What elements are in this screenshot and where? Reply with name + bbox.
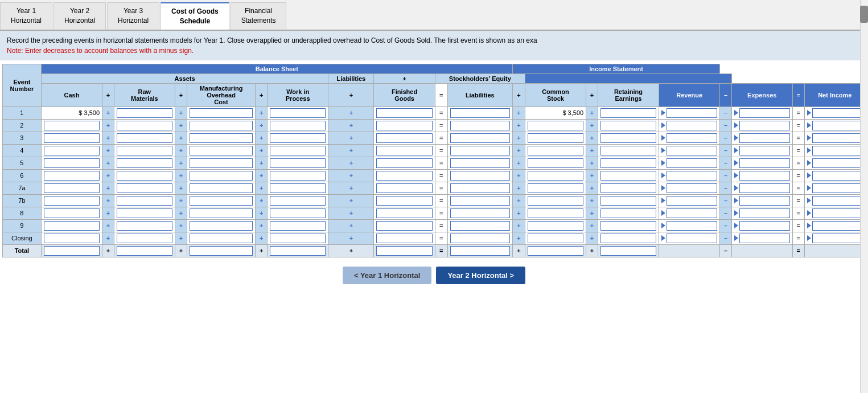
net-income-input[interactable]	[812, 133, 863, 143]
raw-materials-input[interactable]	[117, 171, 172, 181]
retaining-earnings-input[interactable]	[600, 221, 656, 231]
common-stock-cell[interactable]	[525, 182, 586, 194]
net-income-cell[interactable]	[804, 244, 865, 257]
net-income-input[interactable]	[812, 121, 863, 130]
retaining-earnings-input[interactable]	[600, 171, 656, 181]
finished-goods-cell[interactable]	[374, 169, 435, 182]
revenue-cell[interactable]	[659, 169, 720, 182]
expenses-input[interactable]	[739, 171, 790, 181]
cash-cell[interactable]	[41, 132, 102, 144]
finished-goods-input[interactable]	[376, 183, 432, 193]
work-in-process-cell[interactable]	[268, 194, 328, 207]
expenses-cell[interactable]	[731, 244, 792, 257]
mfg-overhead-input[interactable]	[190, 146, 253, 155]
revenue-cell[interactable]	[659, 207, 720, 219]
revenue-input[interactable]	[667, 221, 717, 231]
net-income-cell[interactable]	[804, 119, 865, 132]
mfg-overhead-cell[interactable]	[187, 244, 256, 257]
liabilities-input[interactable]	[450, 133, 510, 143]
mfg-overhead-input[interactable]	[190, 133, 253, 143]
expenses-input[interactable]	[739, 196, 790, 206]
retaining-earnings-cell[interactable]	[598, 169, 659, 182]
next-button[interactable]: Year 2 Horizontal >	[436, 267, 525, 284]
finished-goods-input[interactable]	[376, 196, 432, 206]
liabilities-input[interactable]	[450, 234, 510, 243]
revenue-input[interactable]	[667, 158, 717, 168]
mfg-overhead-cell[interactable]	[187, 132, 256, 144]
liabilities-input[interactable]	[450, 158, 510, 168]
tab-year1[interactable]: Year 1Horizontal	[0, 2, 52, 30]
liabilities-cell[interactable]	[447, 244, 512, 257]
finished-goods-cell[interactable]	[374, 144, 435, 157]
retaining-earnings-input[interactable]	[600, 246, 656, 256]
net-income-input[interactable]	[812, 108, 863, 118]
expenses-cell[interactable]	[731, 207, 792, 219]
raw-materials-input[interactable]	[117, 221, 172, 231]
common-stock-cell[interactable]: $ 3,500	[525, 107, 586, 119]
liabilities-cell[interactable]	[447, 207, 512, 219]
common-stock-cell[interactable]	[525, 119, 586, 132]
common-stock-cell[interactable]	[525, 219, 586, 232]
liabilities-cell[interactable]	[447, 232, 512, 244]
common-stock-cell[interactable]	[525, 207, 586, 219]
revenue-input[interactable]	[667, 183, 717, 193]
liabilities-cell[interactable]	[447, 107, 512, 119]
finished-goods-cell[interactable]	[374, 132, 435, 144]
work-in-process-input[interactable]	[270, 208, 326, 218]
liabilities-input[interactable]	[450, 146, 510, 155]
expenses-cell[interactable]	[731, 157, 792, 169]
mfg-overhead-input[interactable]	[190, 108, 253, 118]
liabilities-cell[interactable]	[447, 157, 512, 169]
liabilities-input[interactable]	[450, 108, 510, 118]
finished-goods-cell[interactable]	[374, 107, 435, 119]
work-in-process-cell[interactable]	[268, 232, 328, 244]
liabilities-input[interactable]	[450, 171, 510, 181]
common-stock-input[interactable]	[528, 234, 583, 243]
tab-financial[interactable]: FinancialStatements	[231, 2, 287, 30]
mfg-overhead-input[interactable]	[190, 121, 253, 130]
retaining-earnings-input[interactable]	[600, 158, 656, 168]
revenue-cell[interactable]	[659, 107, 720, 119]
cash-input[interactable]	[44, 221, 100, 231]
finished-goods-input[interactable]	[376, 171, 432, 181]
work-in-process-input[interactable]	[270, 121, 326, 130]
common-stock-input[interactable]	[528, 208, 583, 218]
raw-materials-cell[interactable]	[114, 232, 175, 244]
revenue-input[interactable]	[667, 208, 717, 218]
raw-materials-cell[interactable]	[114, 194, 175, 207]
retaining-earnings-cell[interactable]	[598, 194, 659, 207]
common-stock-input[interactable]	[528, 146, 583, 155]
cash-input[interactable]	[44, 146, 100, 155]
raw-materials-input[interactable]	[117, 208, 172, 218]
mfg-overhead-cell[interactable]	[187, 207, 256, 219]
finished-goods-input[interactable]	[376, 208, 432, 218]
cash-input[interactable]	[44, 246, 100, 256]
net-income-cell[interactable]	[804, 219, 865, 232]
common-stock-cell[interactable]	[525, 169, 586, 182]
revenue-cell[interactable]	[659, 194, 720, 207]
expenses-input[interactable]	[739, 158, 790, 168]
revenue-cell[interactable]	[659, 182, 720, 194]
net-income-input[interactable]	[812, 183, 863, 193]
liabilities-input[interactable]	[450, 221, 510, 231]
work-in-process-input[interactable]	[270, 196, 326, 206]
raw-materials-cell[interactable]	[114, 244, 175, 257]
retaining-earnings-cell[interactable]	[598, 219, 659, 232]
finished-goods-cell[interactable]	[374, 232, 435, 244]
mfg-overhead-input[interactable]	[190, 221, 253, 231]
expenses-cell[interactable]	[731, 182, 792, 194]
retaining-earnings-cell[interactable]	[598, 132, 659, 144]
revenue-cell[interactable]	[659, 232, 720, 244]
retaining-earnings-cell[interactable]	[598, 119, 659, 132]
mfg-overhead-input[interactable]	[190, 246, 253, 256]
finished-goods-cell[interactable]	[374, 207, 435, 219]
work-in-process-input[interactable]	[270, 234, 326, 243]
expenses-input[interactable]	[739, 208, 790, 218]
raw-materials-input[interactable]	[117, 146, 172, 155]
expenses-input[interactable]	[739, 183, 790, 193]
retaining-earnings-input[interactable]	[600, 234, 656, 243]
raw-materials-input[interactable]	[117, 196, 172, 206]
raw-materials-input[interactable]	[117, 158, 172, 168]
raw-materials-cell[interactable]	[114, 169, 175, 182]
work-in-process-input[interactable]	[270, 221, 326, 231]
